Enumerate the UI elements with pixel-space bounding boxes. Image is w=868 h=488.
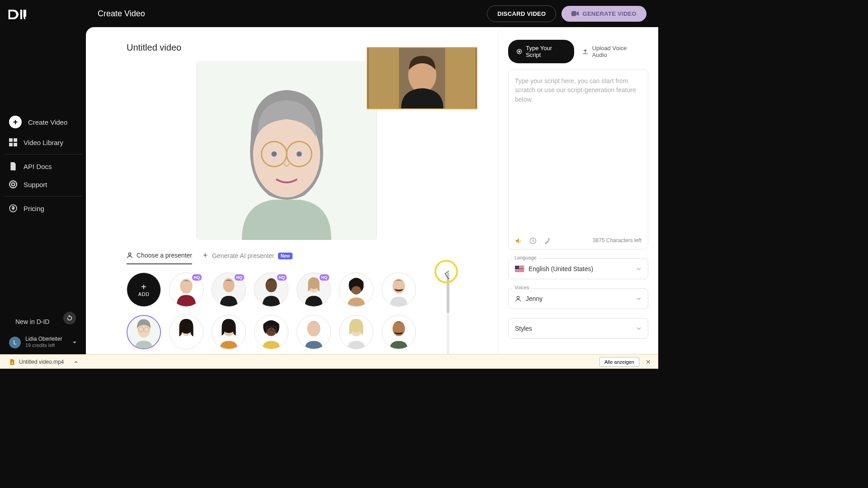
sidebar-item-api-docs[interactable]: API Docs bbox=[0, 157, 86, 175]
pause-button[interactable] bbox=[529, 237, 537, 244]
discard-video-button[interactable]: DISCARD VIDEO bbox=[487, 5, 556, 22]
svg-point-4 bbox=[9, 181, 17, 188]
tab-generate-ai-presenter[interactable]: Generate AI presenter New bbox=[202, 252, 292, 264]
presenter-grid: + ADD HQ HQ HQ HQ bbox=[127, 272, 443, 349]
presenter-image bbox=[197, 61, 377, 240]
hq-badge: HQ bbox=[192, 274, 202, 281]
hq-badge: HQ bbox=[235, 274, 245, 281]
tour-button[interactable] bbox=[63, 312, 76, 324]
tab-label: Generate AI presenter bbox=[212, 252, 274, 259]
sidebar-item-pricing[interactable]: Pricing bbox=[0, 199, 86, 217]
user-info: Lidia Oberleiter 19 credits left bbox=[25, 336, 68, 349]
svg-rect-16 bbox=[368, 48, 399, 108]
sidebar-item-label: Video Library bbox=[24, 139, 63, 146]
hq-badge: HQ bbox=[277, 274, 287, 281]
sidebar: + Create Video Video Library API Docs Su… bbox=[0, 0, 86, 354]
select-label: Language bbox=[513, 255, 538, 260]
plus-icon: + bbox=[9, 116, 22, 128]
document-icon bbox=[9, 162, 17, 170]
add-label: ADD bbox=[138, 291, 150, 297]
script-panel: Type Your Script Upload Voice Audio Type… bbox=[499, 27, 658, 354]
chevron-down-icon bbox=[636, 326, 642, 331]
presenter-tile[interactable]: HQ bbox=[212, 272, 246, 307]
editor-area: Untitled video bbox=[86, 27, 499, 354]
target-icon bbox=[516, 48, 522, 55]
presenter-tile[interactable] bbox=[339, 315, 373, 349]
close-download-bar-button[interactable]: ✕ bbox=[644, 357, 653, 367]
presenter-tile[interactable] bbox=[212, 315, 246, 349]
header: Create Video DISCARD VIDEO GENERATE VIDE… bbox=[86, 0, 658, 27]
generate-video-button[interactable]: GENERATE VIDEO bbox=[561, 6, 646, 22]
clock-icon bbox=[529, 237, 537, 244]
language-select[interactable]: Language English (United States) bbox=[508, 258, 648, 279]
upload-icon bbox=[582, 48, 588, 55]
svg-point-19 bbox=[128, 253, 131, 255]
d-id-logo-icon bbox=[7, 8, 26, 21]
svg-rect-17 bbox=[445, 48, 476, 108]
svg-point-21 bbox=[180, 279, 192, 294]
grid-icon bbox=[9, 138, 17, 146]
magic-wand-icon bbox=[544, 237, 551, 244]
presenter-tile[interactable]: HQ bbox=[169, 272, 203, 307]
user-row[interactable]: L Lidia Oberleiter 19 credits left bbox=[0, 330, 86, 354]
svg-rect-2 bbox=[9, 143, 13, 146]
script-tools bbox=[515, 237, 551, 244]
download-filename: Untitled video.mp4 bbox=[19, 359, 64, 365]
person-icon bbox=[127, 252, 133, 258]
svg-rect-3 bbox=[14, 143, 17, 146]
nav-divider bbox=[4, 196, 82, 197]
voices-select[interactable]: Voices Jenny bbox=[508, 288, 648, 309]
presenter-tile[interactable] bbox=[339, 272, 373, 307]
sidebar-item-support[interactable]: Support bbox=[0, 175, 86, 193]
presenter-tile[interactable] bbox=[382, 315, 416, 349]
tab-label: Choose a presenter bbox=[137, 252, 192, 259]
chevron-down-icon bbox=[72, 340, 77, 345]
select-label: Voices bbox=[513, 285, 531, 290]
tab-type-script[interactable]: Type Your Script bbox=[508, 40, 574, 63]
person-icon bbox=[515, 296, 521, 302]
main: Untitled video bbox=[86, 27, 658, 354]
script-textarea[interactable]: Type your script here, you can start fro… bbox=[508, 70, 648, 249]
presenter-tile[interactable] bbox=[254, 315, 288, 349]
add-presenter-tile[interactable]: + ADD bbox=[127, 272, 161, 307]
svg-point-14 bbox=[297, 151, 302, 157]
new-badge: New bbox=[278, 253, 293, 259]
chevron-up-icon bbox=[74, 360, 78, 364]
tab-upload-audio[interactable]: Upload Voice Audio bbox=[574, 40, 648, 63]
show-all-downloads-button[interactable]: Alle anzeigen bbox=[599, 357, 639, 367]
button-label: DISCARD VIDEO bbox=[497, 10, 546, 17]
ai-generate-button[interactable] bbox=[544, 237, 551, 244]
presenter-tile[interactable]: HQ bbox=[297, 272, 331, 307]
svg-point-51 bbox=[519, 51, 520, 52]
chevron-down-icon bbox=[636, 266, 642, 272]
nav-divider bbox=[4, 154, 82, 155]
svg-point-13 bbox=[271, 151, 277, 157]
download-item[interactable]: Untitled video.mp4 bbox=[5, 357, 82, 367]
button-label: Alle anzeigen bbox=[604, 359, 634, 365]
presenter-preview[interactable] bbox=[197, 61, 377, 240]
presenter-tile[interactable] bbox=[382, 272, 416, 307]
sidebar-item-video-library[interactable]: Video Library bbox=[0, 133, 86, 151]
logo[interactable] bbox=[0, 0, 86, 32]
download-bar: Untitled video.mp4 Alle anzeigen ✕ bbox=[0, 354, 658, 369]
redo-icon bbox=[66, 315, 73, 321]
script-tabs: Type Your Script Upload Voice Audio bbox=[508, 40, 648, 63]
ai-sparkle-icon bbox=[202, 253, 208, 259]
presenter-tile-selected[interactable] bbox=[127, 315, 161, 349]
presenter-tile[interactable]: HQ bbox=[254, 272, 288, 307]
script-placeholder: Type your script here, you can start fro… bbox=[515, 76, 642, 104]
svg-rect-1 bbox=[14, 138, 17, 142]
button-label: GENERATE VIDEO bbox=[582, 10, 637, 17]
tab-label: Type Your Script bbox=[526, 45, 566, 58]
webcam-preview[interactable] bbox=[367, 47, 477, 109]
sidebar-item-create-video[interactable]: + Create Video bbox=[0, 111, 86, 133]
styles-select[interactable]: Styles bbox=[508, 318, 648, 339]
sidebar-item-label: API Docs bbox=[24, 163, 52, 170]
presenter-tile[interactable] bbox=[297, 315, 331, 349]
tab-choose-presenter[interactable]: Choose a presenter bbox=[127, 252, 192, 264]
presenter-tile[interactable] bbox=[169, 315, 203, 349]
listen-button[interactable] bbox=[515, 237, 522, 244]
plus-icon: + bbox=[141, 282, 146, 291]
select-value: Jenny bbox=[526, 295, 542, 302]
presenter-scrollbar[interactable] bbox=[447, 272, 449, 357]
